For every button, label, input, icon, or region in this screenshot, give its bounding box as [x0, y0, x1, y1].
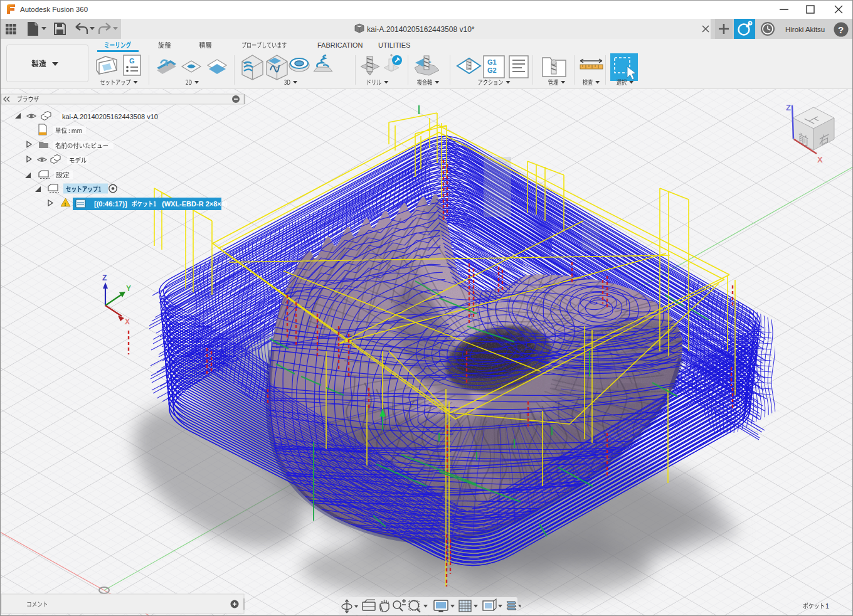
svg-text:Hiroki Akitsu: Hiroki Akitsu: [785, 26, 825, 33]
svg-text:G1: G1: [487, 58, 497, 66]
svg-text:G: G: [129, 57, 135, 65]
svg-text:Z: Z: [786, 103, 791, 112]
svg-text:UTILITIES: UTILITIES: [378, 41, 410, 49]
svg-text:Autodesk Fusion 360: Autodesk Fusion 360: [20, 6, 88, 13]
svg-text:[(0:46:17)]: [(0:46:17)]: [94, 200, 127, 208]
svg-text:kai-A.20140205162443508 v10: kai-A.20140205162443508 v10: [62, 113, 158, 120]
svg-text:FABRICATION: FABRICATION: [317, 41, 363, 49]
svg-text:1: 1: [825, 602, 829, 610]
svg-text:X: X: [125, 317, 130, 326]
svg-text:X: X: [817, 155, 823, 164]
svg-text:kai-A.20140205162443508 v10*: kai-A.20140205162443508 v10*: [367, 25, 475, 34]
svg-text:!: !: [65, 201, 66, 207]
svg-text:G2: G2: [487, 66, 497, 74]
svg-text:?: ?: [838, 24, 844, 35]
svg-text:(WXL-EBD-R 2×8×4): (WXL-EBD-R 2×8×4): [162, 200, 228, 208]
svg-text:Z: Z: [102, 273, 107, 282]
svg-text:Y: Y: [126, 284, 131, 293]
